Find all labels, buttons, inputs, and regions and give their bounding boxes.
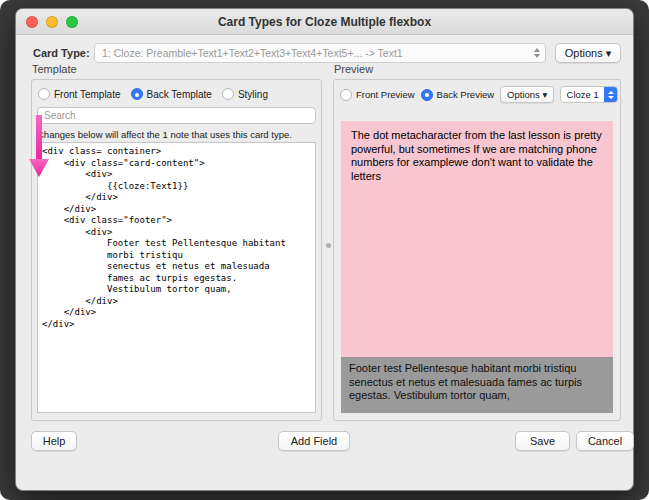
preview-card-footer: Footer test Pellentesque habitant morbi … [341,357,613,413]
template-group-label: Template [32,63,77,75]
splitter-handle[interactable] [326,243,331,248]
help-button[interactable]: Help [31,431,77,451]
cancel-button[interactable]: Cancel [576,431,634,451]
back-preview-label: Back Preview [437,89,495,100]
cloze-selector-value: Cloze 1 [561,87,604,102]
back-template-label: Back Template [147,89,212,100]
card-type-options-button[interactable]: Options ▾ [555,43,621,63]
preview-options-button[interactable]: Options ▾ [500,86,554,103]
save-button[interactable]: Save [515,431,570,451]
card-type-select[interactable]: 1: Cloze: Preamble+Text1+Text2+Text3+Tex… [94,43,546,63]
preview-card-text: The dot metacharacter from the last less… [341,121,613,191]
add-field-button[interactable]: Add Field [278,431,350,451]
card-preview-area: The dot metacharacter from the last less… [341,121,613,413]
front-preview-label: Front Preview [356,89,415,100]
cloze-selector[interactable]: Cloze 1 [560,86,618,103]
search-input[interactable] [37,107,316,124]
title-bar: Card Types for Cloze Multiple flexbox [16,9,633,35]
radio-icon [340,89,352,101]
template-code-editor[interactable]: <div class= container> <div class="card-… [37,142,316,413]
window-title: Card Types for Cloze Multiple flexbox [16,9,633,35]
screenshot-stage: Card Types for Cloze Multiple flexbox Ca… [0,0,649,500]
card-type-value: 1: Cloze: Preamble+Text1+Text2+Text3+Tex… [102,47,403,59]
card-types-dialog: Card Types for Cloze Multiple flexbox Ca… [15,8,634,491]
card-type-label: Card Type: [33,43,90,63]
front-template-label: Front Template [54,89,121,100]
affected-notes-text: Changes below will affect the 1 note tha… [37,129,321,140]
styling-radio[interactable]: Styling [222,88,268,100]
popup-chevrons-icon [534,48,540,58]
radio-icon [222,88,234,100]
radio-icon [131,88,143,100]
styling-label: Styling [238,89,268,100]
radio-icon [38,88,50,100]
stepper-icon[interactable] [604,87,617,102]
preview-group-label: Preview [334,63,373,75]
front-preview-radio[interactable]: Front Preview [340,89,415,101]
back-preview-radio[interactable]: Back Preview [421,89,495,101]
front-template-radio[interactable]: Front Template [38,88,121,100]
back-template-radio[interactable]: Back Template [131,88,212,100]
radio-icon [421,89,433,101]
